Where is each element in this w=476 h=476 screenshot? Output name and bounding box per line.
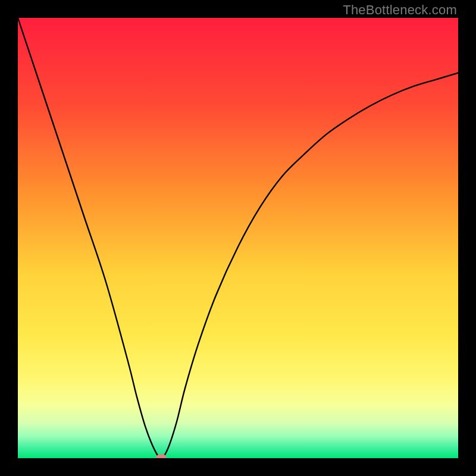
plot-area bbox=[18, 18, 458, 458]
chart-frame: TheBottleneck.com bbox=[0, 0, 476, 476]
optimal-point-marker bbox=[156, 454, 167, 458]
bottleneck-curve bbox=[18, 18, 458, 458]
watermark-text: TheBottleneck.com bbox=[343, 2, 457, 18]
